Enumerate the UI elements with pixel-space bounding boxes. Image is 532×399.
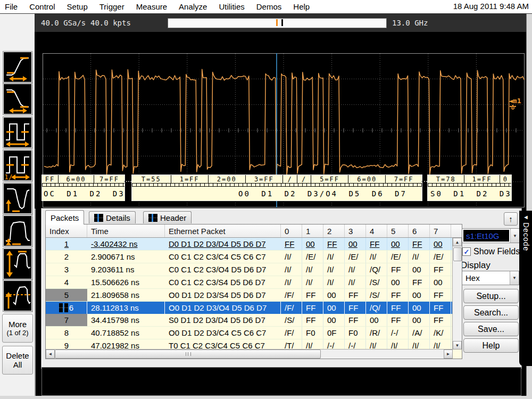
help-button[interactable]: Help <box>463 338 519 353</box>
tab-label: Details <box>106 213 130 222</box>
cell-byte-0: /T/ <box>281 339 302 350</box>
meas-rise-time-button[interactable] <box>3 52 32 82</box>
col-header-7[interactable]: 7 <box>430 225 451 237</box>
table-row-6[interactable]: 628.112813 nsO0 D1 D2 D3/O4 D5 D6 D7/F/F… <box>46 302 453 314</box>
menu-utilities[interactable]: Utilities <box>219 2 244 11</box>
vertical-scrollbar[interactable]: ▲ ▼ <box>452 238 462 350</box>
cell-byte-1: F0 <box>302 327 323 339</box>
chevron-down-icon[interactable]: ▼ <box>510 271 519 285</box>
tab-packets[interactable]: Packets <box>45 210 84 225</box>
menu-trigger[interactable]: Trigger <box>99 2 124 11</box>
menu-demos[interactable]: Demos <box>256 2 282 11</box>
cell-byte-0: /I/ <box>281 263 302 276</box>
delete-all-button[interactable]: Delete All <box>2 346 33 375</box>
cell-byte-7: 00 <box>430 238 451 250</box>
scroll-down-arrow[interactable]: ▼ <box>453 341 462 350</box>
col-header-time[interactable]: Time <box>87 225 165 237</box>
cell-byte-0: /S/ <box>281 314 302 326</box>
meas-vavg-button[interactable] <box>3 280 32 311</box>
position-marker[interactable] <box>276 19 278 26</box>
cell-byte-3: /E/ <box>345 251 366 263</box>
cell-byte-7: /K/ <box>430 327 451 339</box>
meas-frequency-button[interactable]: 1/ <box>3 150 32 181</box>
horizontal-position-bar[interactable] <box>168 18 387 28</box>
col-header-0[interactable]: 0 <box>281 225 302 237</box>
decode-field: 0 <box>500 175 511 183</box>
decode-panel: PacketsDetailsHeader IndexTimeEthernet P… <box>41 209 521 368</box>
chevron-down-icon[interactable]: ▼ <box>510 229 519 243</box>
meas-vmin-button[interactable] <box>3 215 32 246</box>
table-row-2[interactable]: 22.900671 nsC0 C1 C2 C3/C4 C5 C6 C7/I//E… <box>46 251 453 263</box>
marker-m1-label: m1 <box>513 97 521 105</box>
col-header-1[interactable]: 1 <box>302 225 323 237</box>
scroll-left-arrow[interactable]: ◄ <box>46 350 55 359</box>
meas-vmax-button[interactable] <box>3 248 32 279</box>
col-header-4[interactable]: 4 <box>366 225 387 237</box>
menu-setup[interactable]: Setup <box>67 2 88 11</box>
table-row-1[interactable]: 1-3.402432 nsD0 D1 D2 D3/D4 D5 D6 D7FF00… <box>46 238 453 251</box>
search-button[interactable]: Search... <box>463 305 519 320</box>
meas-overshoot-button[interactable] <box>3 183 32 214</box>
cell-time: 21.809658 ns <box>87 289 165 301</box>
menu-control[interactable]: Control <box>29 2 55 11</box>
scroll-right-arrow[interactable]: ► <box>444 350 453 359</box>
table-row-3[interactable]: 39.203611 nsC0 C1 C2 C3/O4 D5 D6 D7/I//I… <box>46 263 453 276</box>
col-header-6[interactable]: 6 <box>409 225 430 237</box>
col-header-3[interactable]: 3 <box>345 225 366 237</box>
collapse-panel-button[interactable]: ↑ <box>504 212 518 226</box>
delete-all-label: Delete All <box>3 351 32 369</box>
cell-byte-1: /I/ <box>302 339 323 350</box>
decode-field: / <box>297 175 311 183</box>
display-format-select[interactable]: Hex ▼ <box>462 271 519 285</box>
vavg-icon <box>4 281 31 311</box>
cell-byte-3: FF <box>345 302 366 314</box>
decode-field: 5=FF <box>311 175 348 183</box>
cell-byte-4: 00 <box>366 314 387 326</box>
cell-packet: O0 D1 D2 D3/O4 D5 D6 D7 <box>165 302 281 314</box>
vertical-scroll-thumb[interactable] <box>453 247 462 261</box>
decode-source-select[interactable]: s1:Et10G ▼ <box>462 228 520 243</box>
cell-index: 2 <box>46 251 87 263</box>
meas-period-button[interactable] <box>3 117 32 148</box>
bandwidth: 13.0 GHz <box>392 19 428 27</box>
save-button[interactable]: Save... <box>463 322 519 336</box>
show-fields-checkbox[interactable]: ✓ Show Fields <box>462 247 520 256</box>
setup-button[interactable]: Setup... <box>463 289 519 303</box>
marker-m1[interactable]: ◄m1 <box>509 97 521 110</box>
col-header-5[interactable]: 5 <box>387 225 409 237</box>
menu-analyze[interactable]: Analyze <box>179 2 207 11</box>
decode-side-tab[interactable]: ◄ Decode <box>519 211 532 366</box>
tab-header[interactable]: Header <box>143 211 192 223</box>
cell-byte-0: /F/ <box>281 289 302 301</box>
table-row-8[interactable]: 840.718852 nsO0 D1 D2 D3/C4 C5 C6 C7/F/F… <box>46 327 453 339</box>
menu-measure[interactable]: Measure <box>136 2 167 11</box>
table-row-9[interactable]: 947.021982 nsT0 C1 C2 C3/C4 C5 C6 C7/T//… <box>46 339 453 350</box>
cell-byte-5: /I/ <box>387 339 409 350</box>
arrow-left-icon: ◄ <box>519 211 532 220</box>
col-header-2[interactable]: 2 <box>323 225 345 237</box>
decode-marker-icon <box>94 214 103 222</box>
more-button[interactable]: More (1 of 2) <box>2 314 33 343</box>
cell-byte-1: 00 <box>302 238 323 250</box>
horizontal-scroll-thumb[interactable] <box>55 350 321 359</box>
col-header-index[interactable]: Index <box>46 225 87 237</box>
waveform-display: ◄m1 FF6=007=FFOC D1 D2 D3/ST=551=FF2=003… <box>35 32 527 209</box>
cell-byte-6: 00 <box>409 263 430 276</box>
scroll-up-arrow[interactable]: ▲ <box>453 238 462 246</box>
cell-byte-3: /-/ <box>345 339 366 350</box>
menu-help[interactable]: Help <box>293 2 310 11</box>
table-row-4[interactable]: 415.506626 nsC0 C1 C2 C3/S4 D5 D6 D7/I//… <box>46 276 453 289</box>
decode-field: 2=00 <box>209 175 246 183</box>
menu-file[interactable]: File <box>5 2 18 11</box>
col-header-ethernet-packet[interactable]: Ethernet Packet <box>165 225 281 237</box>
table-row-7[interactable]: 734.415798 nsS0 D1 D2 D3/D4 D5 D6 D7/S/F… <box>46 314 453 327</box>
table-row-5[interactable]: 521.809658 nsO0 D1 D2 D3/S4 D5 D6 D7/F/F… <box>46 289 453 302</box>
decode-field: FF <box>42 175 59 183</box>
tab-details[interactable]: Details <box>89 211 136 223</box>
cell-index: 9 <box>46 339 87 350</box>
cell-byte-3: /I/ <box>345 263 366 276</box>
meas-fall-time-button[interactable] <box>3 84 32 114</box>
checkbox-checked-icon[interactable]: ✓ <box>462 247 471 256</box>
cell-byte-1: FF <box>302 289 323 301</box>
horizontal-scrollbar[interactable]: ◄ ► <box>46 349 453 359</box>
